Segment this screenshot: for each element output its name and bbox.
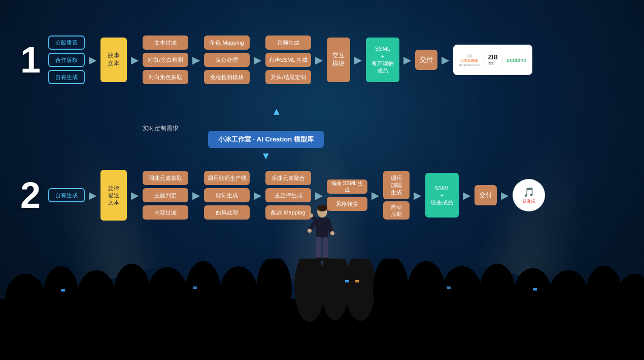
svg-point-37 <box>309 213 313 218</box>
row2-col2: 调用歌词生产线 歌词生成 曲风处理 <box>204 171 250 220</box>
melody-box: 旋律 描述 文本 <box>100 170 127 221</box>
svg-rect-24 <box>447 286 451 289</box>
svg-point-1 <box>5 274 46 325</box>
svg-point-16 <box>514 268 552 322</box>
proc1-1: 文本过滤 <box>143 35 188 50</box>
row2-arrow6: ▶ <box>371 189 379 201</box>
ssml-output-2: SSML + 歌曲成品 <box>425 173 459 218</box>
middle-section: 实时定制需求 <box>142 124 179 136</box>
svg-line-30 <box>328 221 331 233</box>
post-box: 自动 后期 <box>383 201 410 220</box>
input-box-1: 公版重置 <box>48 35 85 50</box>
svg-point-8 <box>256 259 292 322</box>
r2p1-2: 主题判定 <box>143 188 188 202</box>
svg-rect-32 <box>316 237 321 260</box>
presenter-figure <box>307 205 337 271</box>
input-box-2: 合作版权 <box>48 53 85 67</box>
row1-col1: 文本过滤 对白/旁白检测 对白角色抽取 <box>143 35 188 84</box>
audience-silhouette <box>0 259 644 360</box>
proc1-3: 对白角色抽取 <box>143 70 188 84</box>
arrow1: ▶ <box>89 54 96 66</box>
arrow2: ▶ <box>131 54 139 66</box>
up-arrow: ▼ <box>272 106 282 118</box>
row2-col3: 乐曲元素聚合 主旋律生成 配器 Mapping <box>265 171 311 220</box>
row2-arrow8: ▶ <box>463 189 470 201</box>
svg-point-5 <box>147 267 188 323</box>
svg-rect-25 <box>533 288 537 291</box>
divider-2 <box>502 55 502 65</box>
row2-arrow1: ▶ <box>89 189 96 201</box>
woyinyue-logo: 🎵 沃音乐 <box>513 179 545 211</box>
svg-point-17 <box>548 270 589 323</box>
ssml-output-1: SSML + 有声读物 成品 <box>366 38 399 82</box>
svg-point-6 <box>185 261 221 322</box>
proc3-2: 有声SSML 生成 <box>265 53 311 67</box>
row2-arrow9: ▶ <box>501 189 509 201</box>
r2p1-3: 内容过滤 <box>143 205 188 220</box>
r2p4-1: 编曲 SSML 生成 <box>327 179 367 194</box>
svg-point-13 <box>407 261 446 322</box>
arrow8: ▶ <box>442 54 449 66</box>
down-arrow: ▼ <box>261 150 271 162</box>
r2p2-1: 调用歌词生产线 <box>204 171 250 185</box>
realtime-label: 实时定制需求 <box>142 124 179 133</box>
svg-rect-23 <box>355 280 359 282</box>
svg-point-38 <box>330 231 334 235</box>
svg-rect-20 <box>61 289 65 292</box>
row2-input-1: 自有生成 <box>48 188 85 202</box>
proc3-3: 开头/结尾定制 <box>265 70 311 84</box>
svg-rect-33 <box>323 237 328 260</box>
arrow3: ▶ <box>192 54 200 66</box>
svg-rect-21 <box>193 286 197 289</box>
row1-number: 1 <box>15 42 46 78</box>
proc2-2: 发音处理 <box>204 53 250 67</box>
svg-point-15 <box>479 264 516 322</box>
row2-arrow5: ▶ <box>315 189 323 201</box>
proc2-1: 角色 Mapping <box>204 35 250 50</box>
row1-inputs: 公版重置 合作版权 自有生成 <box>48 35 85 84</box>
delivery-2: 交付 <box>474 185 497 205</box>
r2p1-1: 词曲元素抽取 <box>143 171 188 185</box>
ai-creation-section: 小冰工作室 · AI Creation 模型库 ▼ <box>208 131 324 162</box>
svg-point-3 <box>77 270 116 323</box>
partner-puddino: puddino <box>506 57 526 63</box>
interaction-box: 交互 模块 <box>327 38 350 82</box>
partner-dangdang: 📖 当当云阅读 dangdang.com <box>459 54 480 66</box>
input-box-3: 自有生成 <box>48 70 85 84</box>
proc2-3: 免检检测模块 <box>204 70 250 84</box>
svg-point-36 <box>308 229 312 233</box>
svg-point-14 <box>442 266 482 322</box>
proc3-1: 音频生成 <box>265 35 311 50</box>
r2p2-3: 曲风处理 <box>204 205 250 220</box>
row2-inputs: 自有生成 <box>48 188 85 202</box>
svg-point-2 <box>43 266 79 322</box>
row2-arrow7: ▶ <box>414 189 421 201</box>
partner-zib: ZIB 智仔 <box>488 54 498 66</box>
ai-creation-box: 小冰工作室 · AI Creation 模型库 <box>208 131 324 148</box>
row2-col1: 词曲元素抽取 主题判定 内容过滤 <box>143 171 188 220</box>
svg-point-4 <box>114 264 150 322</box>
svg-point-12 <box>373 259 409 322</box>
arrow5: ▶ <box>315 54 323 66</box>
arrow6: ▶ <box>354 54 362 66</box>
divider-1 <box>484 55 484 65</box>
row2-number: 2 <box>15 177 46 213</box>
svg-rect-22 <box>345 280 349 282</box>
arrow4: ▶ <box>254 54 261 66</box>
r2p3-1: 乐曲元素聚合 <box>265 171 311 185</box>
row2-arrow4: ▶ <box>254 189 261 201</box>
svg-point-18 <box>586 266 622 322</box>
r2p2-2: 歌词生成 <box>204 188 250 202</box>
partners-logos: 📖 当当云阅读 dangdang.com ZIB 智仔 puddino <box>453 45 532 75</box>
row2-singing-col: 调用 演唱 生成 自动 后期 <box>383 171 410 220</box>
delivery-1: 交付 <box>415 50 437 70</box>
row2-arrow2: ▶ <box>131 189 139 201</box>
singing-box: 调用 演唱 生成 <box>383 171 410 199</box>
row1-col3: 音频生成 有声SSML 生成 开头/结尾定制 <box>265 35 311 84</box>
r2p3-2: 主旋律生成 <box>265 188 311 202</box>
proc1-2: 对白/旁白检测 <box>143 53 188 67</box>
svg-point-35 <box>321 258 330 262</box>
row1-col2: 角色 Mapping 发音处理 免检检测模块 <box>204 35 250 84</box>
svg-point-7 <box>219 266 258 322</box>
woyinyue-label: 沃音乐 <box>523 199 535 204</box>
